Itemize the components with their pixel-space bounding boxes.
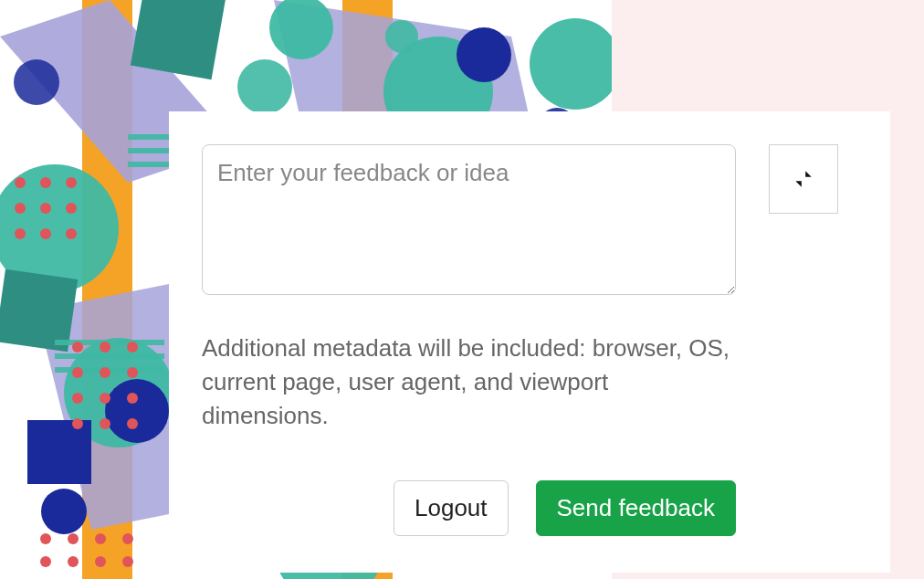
svg-point-26 — [15, 177, 26, 188]
svg-marker-59 — [805, 171, 812, 177]
dialog-actions: Logout Send feedback — [202, 480, 736, 536]
svg-point-35 — [40, 533, 51, 544]
svg-point-44 — [100, 342, 110, 353]
svg-point-40 — [68, 556, 79, 567]
svg-point-54 — [127, 418, 138, 429]
logout-button[interactable]: Logout — [394, 480, 509, 536]
svg-point-58 — [14, 59, 59, 105]
svg-point-27 — [40, 177, 51, 188]
svg-point-39 — [40, 556, 51, 567]
svg-point-41 — [95, 556, 106, 567]
collapse-icon — [792, 167, 815, 191]
svg-point-56 — [385, 20, 418, 53]
svg-point-55 — [237, 59, 292, 114]
svg-rect-19 — [0, 269, 78, 352]
svg-point-37 — [95, 533, 106, 544]
svg-marker-60 — [795, 181, 802, 187]
svg-point-28 — [66, 177, 77, 188]
svg-point-31 — [66, 203, 77, 214]
svg-point-29 — [15, 203, 26, 214]
svg-point-50 — [100, 393, 110, 404]
svg-point-43 — [72, 342, 83, 353]
dialog-top-row — [202, 144, 857, 295]
svg-rect-18 — [131, 0, 226, 79]
svg-point-33 — [40, 228, 51, 239]
svg-point-14 — [105, 379, 169, 443]
svg-point-47 — [100, 367, 110, 378]
svg-point-46 — [72, 367, 83, 378]
send-feedback-button[interactable]: Send feedback — [536, 480, 736, 536]
collapse-button[interactable] — [769, 144, 838, 214]
svg-point-36 — [68, 533, 79, 544]
svg-point-45 — [127, 342, 138, 353]
svg-point-42 — [122, 556, 133, 567]
svg-point-53 — [100, 418, 110, 429]
svg-point-32 — [15, 228, 26, 239]
feedback-textarea[interactable] — [202, 144, 736, 295]
metadata-notice: Additional metadata will be included: br… — [202, 332, 736, 433]
svg-point-52 — [72, 418, 83, 429]
svg-point-16 — [41, 489, 87, 534]
feedback-dialog: Additional metadata will be included: br… — [169, 111, 890, 573]
svg-point-15 — [457, 27, 511, 82]
svg-point-49 — [72, 393, 83, 404]
svg-point-51 — [127, 393, 138, 404]
svg-point-34 — [66, 228, 77, 239]
svg-point-48 — [127, 367, 138, 378]
svg-point-38 — [122, 533, 133, 544]
svg-point-30 — [40, 203, 51, 214]
svg-rect-17 — [27, 420, 91, 484]
